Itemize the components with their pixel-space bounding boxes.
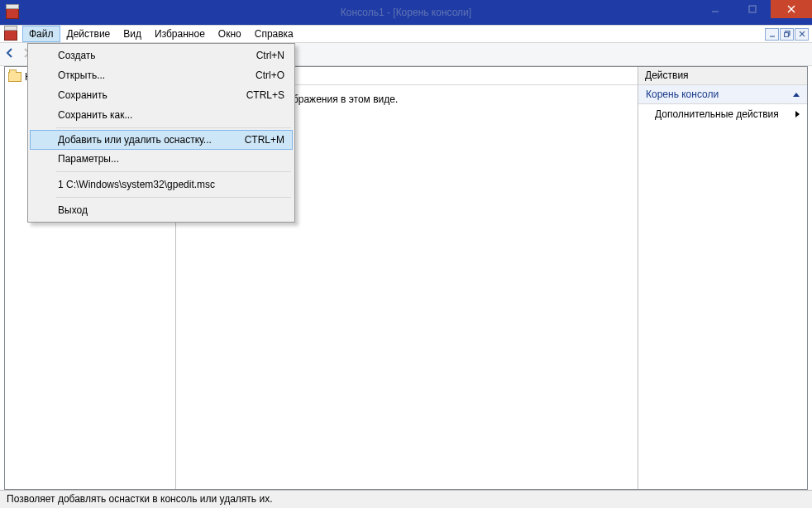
menu-item-add-remove-snapin[interactable]: Добавить или удалить оснастку... CTRL+M xyxy=(30,130,293,150)
menu-file[interactable]: Файл xyxy=(22,26,60,42)
menu-view[interactable]: Вид xyxy=(117,26,148,42)
mdi-close-button[interactable] xyxy=(795,28,809,41)
actions-more-label: Дополнительные действия xyxy=(655,108,779,120)
back-button[interactable] xyxy=(3,46,17,62)
app-icon xyxy=(6,6,19,19)
menu-separator xyxy=(56,127,291,128)
statusbar-text: Позволяет добавлять оснастки в консоль и… xyxy=(7,493,272,505)
menu-item-open-label: Открыть... xyxy=(58,69,105,81)
mdi-restore-button[interactable] xyxy=(780,28,794,41)
statusbar: Позволяет добавлять оснастки в консоль и… xyxy=(0,490,812,508)
actions-section-header[interactable]: Корень консоли xyxy=(638,85,807,104)
menu-item-exit-label: Выход xyxy=(58,204,88,216)
menu-item-open[interactable]: Открыть... Ctrl+O xyxy=(30,65,293,85)
folder-icon xyxy=(8,72,21,82)
actions-pane: Действия Корень консоли Дополнительные д… xyxy=(638,67,807,489)
menu-item-options[interactable]: Параметры... xyxy=(30,149,293,169)
menu-help[interactable]: Справка xyxy=(248,26,300,42)
svg-rect-6 xyxy=(784,33,788,37)
menu-item-save-label: Сохранить xyxy=(58,89,107,101)
menu-item-recent-1[interactable]: 1 C:\Windows\system32\gpedit.msc xyxy=(30,175,293,194)
menu-item-save-as[interactable]: Сохранить как... xyxy=(30,105,293,125)
menu-separator xyxy=(56,171,291,172)
menubar: Файл Действие Вид Избранное Окно Справка xyxy=(0,25,812,43)
menu-item-create-label: Создать xyxy=(58,50,96,61)
menu-item-recent-label: 1 C:\Windows\system32\gpedit.msc xyxy=(58,179,215,190)
menu-item-create[interactable]: Создать Ctrl+N xyxy=(30,46,293,65)
menu-item-options-label: Параметры... xyxy=(58,153,119,165)
menu-item-exit[interactable]: Выход xyxy=(30,200,293,220)
actions-more-link[interactable]: Дополнительные действия xyxy=(638,104,807,124)
actions-section-label: Корень консоли xyxy=(646,89,719,100)
mdi-minimize-button[interactable] xyxy=(765,28,779,41)
minimize-button[interactable] xyxy=(696,0,733,18)
menu-item-create-shortcut: Ctrl+N xyxy=(256,50,284,61)
window-title: Консоль1 - [Корень консоли] xyxy=(341,7,471,18)
menu-item-add-remove-shortcut: CTRL+M xyxy=(245,134,284,146)
menu-item-open-shortcut: Ctrl+O xyxy=(256,69,284,81)
menu-item-save-as-label: Сохранить как... xyxy=(58,109,132,121)
svg-rect-1 xyxy=(749,6,756,12)
close-button[interactable] xyxy=(771,0,812,18)
menu-item-save[interactable]: Сохранить CTRL+S xyxy=(30,85,293,105)
menu-separator xyxy=(56,197,291,198)
actions-pane-title: Действия xyxy=(638,67,807,85)
file-menu-dropdown: Создать Ctrl+N Открыть... Ctrl+O Сохрани… xyxy=(27,43,295,223)
menu-item-add-remove-label: Добавить или удалить оснастку... xyxy=(58,134,212,146)
menu-window[interactable]: Окно xyxy=(212,26,248,42)
chevron-right-icon xyxy=(795,111,800,117)
menu-action[interactable]: Действие xyxy=(60,26,117,42)
menu-favorites[interactable]: Избранное xyxy=(148,26,212,42)
document-icon[interactable] xyxy=(4,27,17,41)
maximize-button[interactable] xyxy=(733,0,771,18)
window-titlebar: Консоль1 - [Корень консоли] xyxy=(0,0,812,25)
collapse-icon xyxy=(793,93,800,97)
menu-item-save-shortcut: CTRL+S xyxy=(246,89,284,101)
